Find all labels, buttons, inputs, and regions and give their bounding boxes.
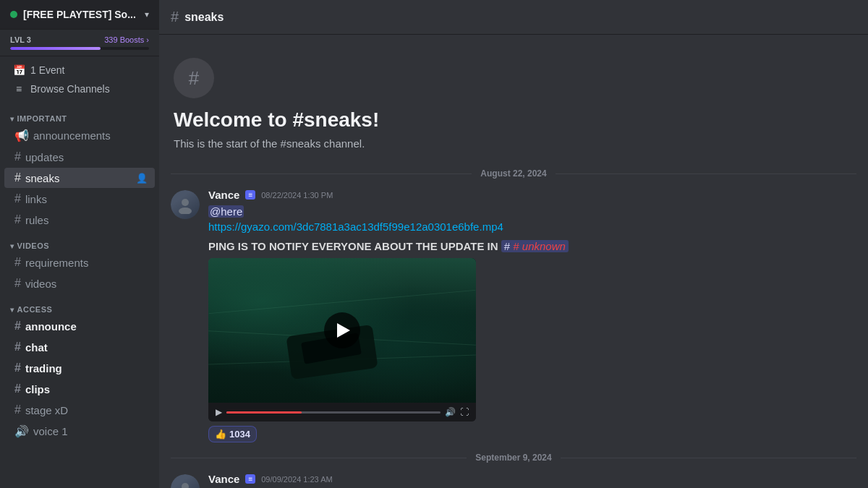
section-arrow-icon: ▾ [10, 242, 14, 250]
channel-mention: # # unknown [501, 240, 569, 252]
date-label: August 22, 2024 [472, 168, 555, 179]
welcome-section: # Welcome to #sneaks! This is the start … [159, 35, 868, 161]
channel-clips[interactable]: # clips [4, 379, 155, 399]
boost-bar-fill [10, 47, 101, 50]
thumbsup-reaction[interactable]: 👍 1034 [208, 426, 257, 442]
boosts-label[interactable]: 339 Boosts › [104, 35, 149, 44]
hash-icon: # [14, 192, 21, 205]
channel-requirements[interactable]: # requirements [4, 252, 155, 273]
channel-name: announce [25, 320, 148, 333]
voice-icon: 🔊 [14, 424, 29, 438]
play-button-1[interactable] [324, 312, 360, 348]
message-author-2: Vance [208, 473, 239, 485]
events-item[interactable]: 📅 1 Event [10, 61, 149, 80]
video-thumbnail-1 [208, 258, 476, 403]
channel-trading[interactable]: # trading [4, 358, 155, 378]
channel-voice1[interactable]: 🔊 voice 1 [4, 421, 155, 442]
announcement-icon: 📢 [14, 129, 29, 142]
message-group-2: Vance ≡ 09/09/2024 1:23 AM https://gyazo… [159, 470, 868, 488]
user-settings-icon: 👤 [136, 173, 148, 184]
channel-header-name: sneaks [184, 11, 224, 24]
channel-chat[interactable]: # chat [4, 337, 155, 357]
channel-announcements[interactable]: 📢 announcements [4, 125, 155, 146]
channel-links[interactable]: # links [4, 189, 155, 209]
welcome-title: Welcome to #sneaks! [174, 108, 854, 132]
channel-welcome-icon: # [174, 58, 214, 98]
channel-updates[interactable]: # updates [4, 147, 155, 167]
channel-name: announcements [33, 129, 148, 142]
gyazo-link-1[interactable]: https://gyazo.com/3dc7881a3ac13df5f99e12… [208, 221, 503, 233]
message-content-1: Vance ≡ 08/22/2024 1:30 PM @here https:/… [208, 189, 856, 442]
message-text-1: @here [208, 204, 856, 219]
hash-icon: # [14, 171, 21, 184]
fullscreen-icon[interactable]: ⛶ [460, 407, 469, 417]
events-label: 1 Event [30, 64, 64, 76]
message-link-1: https://gyazo.com/3dc7881a3ac13df5f99e12… [208, 219, 856, 234]
sidebar: [FREE PLAYTEST] So... ▾ LVL 3 339 Boosts… [0, 0, 159, 488]
channel-name: sneaks [25, 172, 136, 184]
section-access: ▾ ACCESS # announce # chat # trading # c… [0, 301, 159, 442]
play-icon [337, 323, 350, 338]
channel-announce[interactable]: # announce [4, 316, 155, 336]
section-header-access[interactable]: ▾ ACCESS [0, 301, 159, 315]
unknown-channel-label: # unknown [513, 240, 566, 252]
section-important: ▾ IMPORTANT 📢 announcements # updates # … [0, 110, 159, 230]
separator-line [171, 458, 467, 458]
browse-channels-item[interactable]: ≡ Browse Channels [10, 80, 149, 98]
section-header-important[interactable]: ▾ IMPORTANT [0, 110, 159, 124]
svg-point-0 [182, 199, 189, 206]
video-embed-1[interactable]: ▶ 🔊 ⛶ [208, 258, 476, 421]
bot-badge-2: ≡ [245, 474, 255, 484]
channel-name: links [25, 193, 148, 205]
reaction-row-1: 👍 1034 [208, 426, 856, 442]
bot-badge-1: ≡ [245, 190, 255, 200]
hash-icon: # [14, 341, 21, 354]
separator-line [561, 458, 856, 458]
message-header-1: Vance ≡ 08/22/2024 1:30 PM [208, 189, 856, 201]
channel-list: ▾ IMPORTANT 📢 announcements # updates # … [0, 103, 159, 488]
volume-icon[interactable]: 🔊 [445, 407, 456, 417]
section-label: IMPORTANT [17, 114, 67, 123]
mention-here-1: @here [208, 205, 244, 218]
message-group-1: Vance ≡ 08/22/2024 1:30 PM @here https:/… [159, 186, 868, 445]
date-label-2: September 9, 2024 [467, 453, 560, 463]
channel-name: voice 1 [33, 425, 148, 437]
boost-bar-section: LVL 3 339 Boosts › [0, 30, 159, 56]
hash-icon: # [14, 256, 21, 269]
channel-header: # sneaks [159, 0, 868, 35]
channel-name: trading [25, 362, 148, 374]
server-name: [FREE PLAYTEST] So... [23, 9, 136, 20]
section-videos: ▾ VIDEOS # requirements # videos [0, 237, 159, 294]
channel-stage[interactable]: # stage xD [4, 400, 155, 420]
section-header-videos[interactable]: ▾ VIDEOS [0, 237, 159, 252]
hash-icon: # [14, 382, 21, 395]
play-control-icon[interactable]: ▶ [216, 407, 222, 417]
message-content-2: Vance ≡ 09/09/2024 1:23 AM https://gyazo… [208, 473, 856, 488]
video-progress-fill [226, 411, 302, 414]
section-label: ACCESS [17, 305, 53, 314]
list-icon: ≡ [13, 83, 25, 95]
hash-large-icon: # [189, 67, 199, 90]
channel-rules[interactable]: # rules [4, 210, 155, 230]
channel-name: videos [25, 278, 148, 290]
avatar-2 [171, 474, 200, 488]
chevron-down-icon: ▾ [145, 9, 149, 20]
video-progress-bar[interactable] [226, 411, 441, 414]
hash-icon: # [14, 277, 21, 290]
main-content: # sneaks # Welcome to #sneaks! This is t… [159, 0, 868, 488]
separator-line [556, 174, 856, 174]
lvl-label: LVL 3 [10, 35, 31, 44]
server-header[interactable]: [FREE PLAYTEST] So... ▾ [0, 0, 159, 30]
messages-area[interactable]: # Welcome to #sneaks! This is the start … [159, 35, 868, 488]
channel-name: stage xD [25, 404, 148, 416]
browse-channels-label: Browse Channels [30, 83, 110, 95]
hash-icon: # [14, 320, 21, 333]
video-controls-1: ▶ 🔊 ⛶ [208, 403, 476, 421]
section-label: VIDEOS [17, 241, 50, 250]
channel-name: rules [25, 214, 148, 226]
channel-sneaks[interactable]: # sneaks 👤 [4, 168, 155, 188]
play-button-overlay [208, 258, 476, 403]
message-timestamp-1: 08/22/2024 1:30 PM [261, 191, 333, 200]
channel-videos[interactable]: # videos [4, 273, 155, 294]
server-online-dot [10, 11, 17, 18]
